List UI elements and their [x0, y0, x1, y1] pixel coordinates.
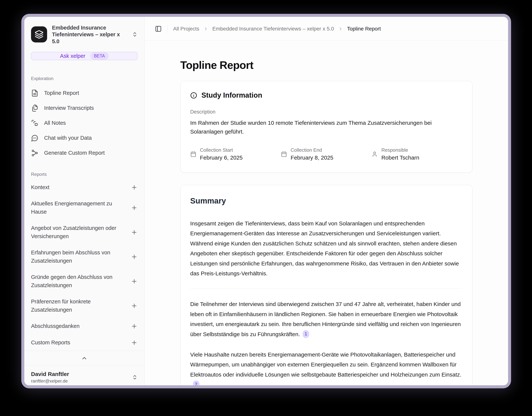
files-icon: [31, 104, 38, 112]
study-fields: Collection Start February 6, 2025: [190, 147, 463, 161]
report-item-label: Kontext: [31, 183, 49, 192]
report-item-label: Abschlussgedanken: [31, 322, 80, 330]
study-information-card: Study Information Description Im Rahmen …: [180, 81, 472, 173]
sidebar-item-generate-custom-report[interactable]: Generate Custom Report: [24, 145, 144, 161]
exploration-section-label: Exploration: [24, 76, 144, 81]
breadcrumb-bar: All Projects Embedded Insurance Tiefenin…: [144, 17, 508, 41]
app-logo: [31, 26, 47, 42]
chevron-right-icon: [338, 26, 343, 31]
sidebar-item-label: Topline Report: [44, 90, 79, 96]
description-text: Im Rahmen der Studie wurden 10 remote Ti…: [190, 119, 463, 136]
report-item-label: Gründe gegen den Abschluss von Zusatzlei…: [31, 273, 121, 289]
plus-icon[interactable]: [131, 204, 138, 211]
content-scroll-area[interactable]: Topline Report Study Information Descrip…: [144, 41, 508, 385]
breadcrumb: All Projects Embedded Insurance Tiefenin…: [173, 26, 381, 32]
description-label: Description: [190, 109, 463, 115]
divider: [167, 25, 168, 33]
ask-xelper-button[interactable]: Ask xelper BETA: [31, 52, 138, 60]
report-item-label: Custom Reports: [31, 339, 70, 347]
user-icon: [372, 151, 378, 157]
sidebar-item-topline-report[interactable]: Topline Report: [24, 86, 144, 101]
field-responsible: Responsible Robert Tscharn: [372, 147, 462, 161]
sidebar-item-label: Interview Transcripts: [44, 105, 94, 111]
sidebar-item-label: Generate Custom Report: [44, 150, 105, 156]
report-item-kontext[interactable]: Kontext: [24, 179, 144, 196]
field-collection-start: Collection Start February 6, 2025: [190, 147, 281, 161]
calendar-icon: [281, 151, 287, 157]
paragraph-text: Die Teilnehmer der Interviews sind überw…: [190, 301, 461, 337]
ask-xelper-label: Ask xelper: [60, 53, 85, 59]
sidebar-collapse-button[interactable]: [24, 351, 144, 366]
study-information-header: Study Information: [190, 91, 463, 99]
report-item-label: Angebot von Zusatzleistungen oder Versic…: [31, 224, 121, 240]
project-switcher[interactable]: Embedded Insurance Tiefeninterviews – xe…: [24, 17, 144, 46]
breadcrumb-current-page: Topline Report: [347, 26, 381, 32]
chat-bubble-icon: [31, 134, 38, 142]
chevrons-up-down-icon: [132, 32, 138, 37]
field-value: February 8, 2025: [291, 155, 333, 161]
content: Topline Report Study Information Descrip…: [180, 59, 472, 385]
layers-icon: [35, 30, 44, 39]
report-item-erfahrungen-abschluss[interactable]: Erfahrungen beim Abschluss von Zusatzlei…: [24, 244, 144, 269]
plus-icon[interactable]: [131, 339, 138, 346]
report-item-custom-reports[interactable]: Custom Reports: [24, 334, 144, 351]
project-title: Embedded Insurance Tiefeninterviews – xe…: [52, 24, 127, 45]
summary-paragraph: Insgesamt zeigen die Tiefeninterviews, d…: [190, 218, 463, 278]
info-icon: [190, 92, 197, 99]
sidebar-item-chat-with-data[interactable]: Chat with your Data: [24, 131, 144, 145]
sidebar-item-all-notes[interactable]: All Notes: [24, 116, 144, 131]
plus-icon[interactable]: [131, 184, 138, 191]
summary-paragraph: Viele Haushalte nutzen bereits Energiema…: [190, 350, 463, 385]
summary-paragraph: Die Teilnehmer der Interviews sind überw…: [190, 299, 463, 339]
report-item-angebot-zusatzleistungen[interactable]: Angebot von Zusatzleistungen oder Versic…: [24, 220, 144, 244]
breadcrumb-project[interactable]: Embedded Insurance Tiefeninterviews – xe…: [212, 26, 334, 32]
report-item-label: Präferenzen für konkrete Zusatzleistunge…: [31, 298, 121, 314]
sidebar-item-label: All Notes: [44, 120, 66, 126]
chevron-right-icon: [203, 26, 208, 31]
user-menu[interactable]: David Ranftler ranftler@xelper.de: [24, 366, 144, 385]
plus-icon[interactable]: [131, 278, 138, 285]
report-item-label: Erfahrungen beim Abschluss von Zusatzlei…: [31, 249, 121, 265]
sidebar-item-interview-transcripts[interactable]: Interview Transcripts: [24, 101, 144, 116]
plus-icon[interactable]: [131, 302, 138, 309]
reports-section-label: Reports: [24, 172, 144, 177]
plus-icon[interactable]: [131, 323, 138, 329]
field-texts: Collection Start February 6, 2025: [200, 147, 243, 161]
chevron-up-icon: [81, 355, 87, 361]
file-text-icon: [31, 89, 38, 97]
study-information-title: Study Information: [201, 91, 262, 99]
user-name: David Ranftler: [31, 371, 128, 377]
sidebar-item-label: Chat with your Data: [44, 135, 92, 141]
window-frame: Embedded Insurance Tiefeninterviews – xe…: [21, 14, 511, 388]
report-item-abschlussgedanken[interactable]: Abschlussgedanken: [24, 318, 144, 334]
field-value: February 6, 2025: [200, 155, 243, 161]
beta-badge: BETA: [90, 52, 109, 60]
citation-badge[interactable]: 1: [303, 330, 309, 338]
plus-icon[interactable]: [131, 253, 138, 260]
user-meta: David Ranftler ranftler@xelper.de: [31, 371, 128, 384]
report-item-praeferenzen[interactable]: Präferenzen für konkrete Zusatzleistunge…: [24, 293, 144, 318]
sidebar: Embedded Insurance Tiefeninterviews – xe…: [24, 17, 144, 385]
user-email: ranftler@xelper.de: [31, 378, 128, 384]
report-item-gruende-gegen-abschluss[interactable]: Gründe gegen den Abschluss von Zusatzlei…: [24, 269, 144, 293]
field-collection-end: Collection End February 8, 2025: [281, 147, 372, 161]
citation-badge[interactable]: 2: [193, 380, 200, 385]
breadcrumb-all-projects[interactable]: All Projects: [173, 26, 199, 32]
summary-title: Summary: [190, 196, 463, 205]
summary-card: Summary Insgesamt zeigen die Tiefeninter…: [180, 185, 472, 385]
field-label: Responsible: [381, 147, 419, 153]
field-texts: Collection End February 8, 2025: [291, 147, 333, 161]
field-value: Robert Tscharn: [381, 155, 419, 161]
app-window: Embedded Insurance Tiefeninterviews – xe…: [24, 17, 508, 385]
notes-icon: [31, 119, 38, 127]
sidebar-footer: David Ranftler ranftler@xelper.de: [24, 351, 144, 385]
field-label: Collection End: [291, 147, 333, 153]
sidebar-toggle-button[interactable]: [155, 25, 162, 32]
plus-icon[interactable]: [131, 229, 138, 236]
field-label: Collection Start: [200, 147, 243, 153]
paragraph-text: Insgesamt zeigen die Tiefeninterviews, d…: [190, 220, 459, 276]
calendar-icon: [190, 151, 196, 157]
workflow-icon: [31, 149, 38, 157]
main-area: All Projects Embedded Insurance Tiefenin…: [144, 17, 508, 385]
report-item-energiemanagement[interactable]: Aktuelles Energiemanagement zu Hause: [24, 195, 144, 220]
